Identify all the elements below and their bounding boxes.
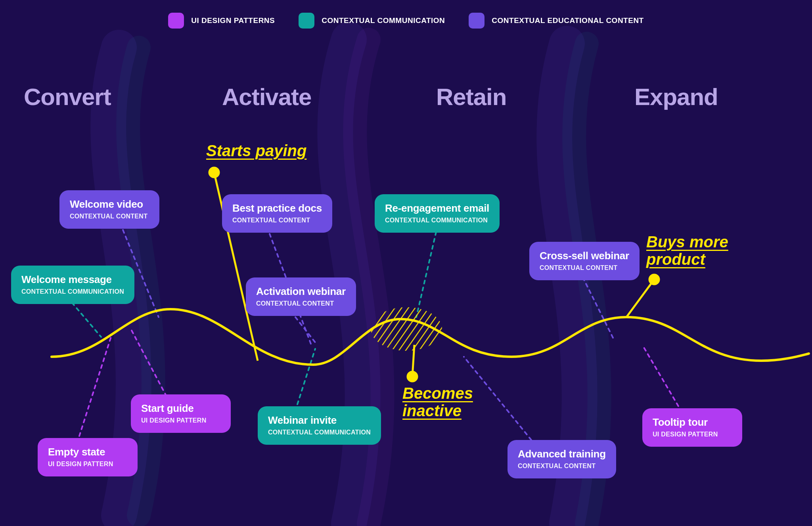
card-title: Cross-sell webinar [540,250,629,262]
card-subtitle: CONTEXTUAL COMMUNICATION [268,429,371,436]
card-title: Advanced training [518,448,606,460]
card-activation-webinar: Activation webinar CONTEXTUAL CONTENT [246,277,356,316]
card-title: Welcome video [70,198,149,210]
card-subtitle: UI DESIGN PATTERN [48,461,127,468]
milestone-becomes-inactive: Becomes inactive [402,384,473,419]
card-title: Tooltip tour [653,416,732,428]
card-reengagement-email: Re-engagement email CONTEXTUAL COMMUNICA… [375,194,500,233]
svg-line-3 [79,337,111,436]
legend-label: CONTEXTUAL COMMUNICATION [322,16,445,25]
svg-line-16 [626,279,654,317]
card-start-guide: Start guide UI DESIGN PATTERN [131,394,231,433]
milestone-starts-paying: Starts paying [206,142,306,159]
svg-line-6 [297,349,315,404]
legend-label: CONTEXTUAL EDUCATIONAL CONTENT [492,16,643,25]
svg-point-15 [408,372,417,381]
legend-swatch [168,13,184,29]
card-title: Welcome message [21,274,124,286]
svg-line-5 [295,317,317,345]
card-subtitle: UI DESIGN PATTERN [141,417,220,424]
card-cross-sell-webinar: Cross-sell webinar CONTEXTUAL CONTENT [529,242,640,280]
svg-line-7 [416,232,436,317]
card-best-practice: Best practice docs CONTEXTUAL CONTENT [222,194,332,233]
card-title: Activation webinar [256,285,346,298]
legend-item-educational: CONTEXTUAL EDUCATIONAL CONTENT [469,13,643,29]
svg-line-8 [464,357,531,440]
card-subtitle: CONTEXTUAL CONTENT [256,300,346,307]
inactive-blob [371,307,442,351]
legend: UI DESIGN PATTERNS CONTEXTUAL COMMUNICAT… [0,13,812,29]
stage-convert: Convert [24,83,111,111]
card-title: Empty state [48,446,127,458]
card-title: Re-engagement email [385,202,489,214]
legend-label: UI DESIGN PATTERNS [191,16,275,25]
card-subtitle: CONTEXTUAL CONTENT [540,264,629,272]
card-subtitle: CONTEXTUAL COMMUNICATION [21,288,124,295]
legend-item-ui-patterns: UI DESIGN PATTERNS [168,13,275,29]
card-webinar-invite: Webinar invite CONTEXTUAL COMMUNICATION [258,406,381,445]
card-title: Webinar invite [268,414,371,427]
legend-swatch [299,13,314,29]
svg-line-10 [642,345,682,412]
svg-point-13 [209,168,219,177]
svg-point-17 [649,275,659,284]
card-title: Best practice docs [232,202,322,214]
diagram-canvas: UI DESIGN PATTERNS CONTEXTUAL COMMUNICAT… [0,0,812,526]
legend-swatch [469,13,485,29]
legend-item-communication: CONTEXTUAL COMMUNICATION [299,13,445,29]
card-subtitle: CONTEXTUAL CONTENT [518,463,606,470]
card-subtitle: CONTEXTUAL CONTENT [70,213,149,220]
stage-activate: Activate [222,83,311,111]
card-advanced-training: Advanced training CONTEXTUAL CONTENT [508,440,616,478]
card-subtitle: CONTEXTUAL COMMUNICATION [385,217,489,224]
card-tooltip-tour: Tooltip tour UI DESIGN PATTERN [642,408,742,447]
card-title: Start guide [141,402,220,415]
stage-expand: Expand [634,83,718,111]
milestone-buys-more: Buys more product [646,233,728,268]
stage-retain: Retain [436,83,506,111]
card-subtitle: UI DESIGN PATTERN [653,431,732,438]
card-subtitle: CONTEXTUAL CONTENT [232,217,322,224]
card-welcome-video: Welcome video CONTEXTUAL CONTENT [59,190,159,229]
card-welcome-message: Welcome message CONTEXTUAL COMMUNICATION [11,266,134,304]
card-empty-state: Empty state UI DESIGN PATTERN [38,438,138,476]
